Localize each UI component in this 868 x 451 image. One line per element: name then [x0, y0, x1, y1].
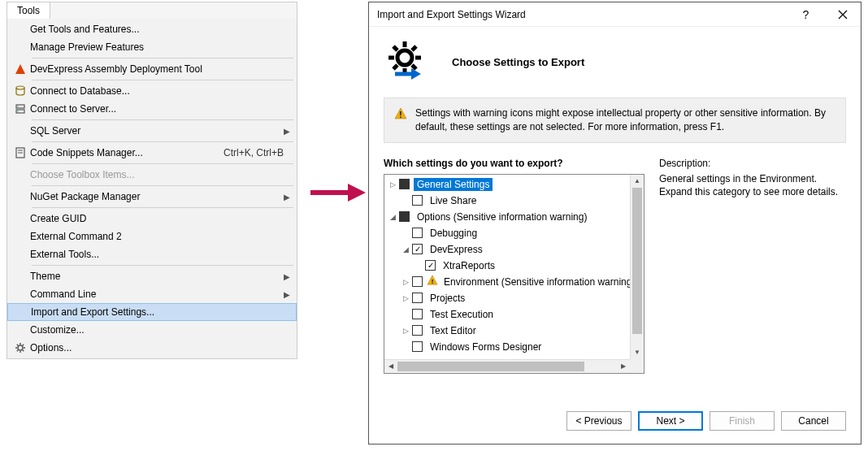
menu-item-label: Customize... — [30, 324, 290, 336]
submenu-arrow-icon: ▶ — [284, 127, 290, 136]
button-bar: < Previous Next > Finish Cancel — [369, 400, 861, 444]
tree-checkbox[interactable] — [412, 276, 423, 287]
tree-checkbox[interactable] — [412, 309, 423, 319]
menu-item[interactable]: Command Line▶ — [7, 285, 297, 303]
warning-box: ! Settings with warning icons might expo… — [384, 98, 846, 143]
tree-item[interactable]: ▷General Settings — [384, 176, 644, 193]
menu-item-label: Code Snippets Manager... — [30, 147, 224, 158]
menu-item[interactable]: Code Snippets Manager...Ctrl+K, Ctrl+B — [7, 144, 297, 162]
tree-checkbox[interactable] — [399, 211, 410, 222]
menu-item[interactable]: Theme▶ — [7, 267, 297, 285]
menu-item-label: Connect to Database... — [30, 85, 290, 97]
wizard-gear-icon — [382, 38, 427, 86]
tree-checkbox[interactable] — [425, 260, 436, 271]
svg-line-25 — [393, 46, 397, 50]
tree-item-label: Environment (Sensitive information warni… — [441, 275, 638, 288]
menu-item[interactable]: Get Tools and Features... — [7, 20, 297, 38]
warning-text: Settings with warning icons might expose… — [415, 106, 835, 134]
close-button[interactable] — [824, 3, 861, 26]
gear-icon — [11, 341, 30, 354]
tree-item[interactable]: ▷Projects — [384, 290, 644, 306]
dialog-header-text: Choose Settings to Export — [452, 56, 584, 68]
menu-item[interactable]: SQL Server▶ — [7, 122, 297, 140]
tree-checkbox[interactable] — [412, 228, 423, 238]
menu-item[interactable]: Manage Preview Features — [7, 38, 297, 56]
tools-menu: Tools Get Tools and Features...Manage Pr… — [7, 2, 297, 359]
expander-icon[interactable]: ◢ — [401, 245, 410, 254]
tree-checkbox[interactable] — [412, 195, 423, 206]
menu-item-label: Theme — [30, 271, 284, 282]
snippets-icon — [11, 146, 30, 159]
tree-item[interactable]: ▷Text Editor — [384, 323, 644, 339]
svg-point-5 — [17, 111, 19, 112]
export-prompt: Which settings do you want to export? — [384, 158, 644, 169]
menu-item[interactable]: External Command 2 — [7, 228, 297, 245]
help-button[interactable]: ? — [788, 3, 824, 26]
svg-line-27 — [393, 65, 397, 69]
svg-line-15 — [23, 350, 24, 351]
tree-item-label: Projects — [427, 292, 468, 305]
expander-icon[interactable]: ◢ — [388, 213, 397, 221]
menu-item[interactable]: DevExpress Assembly Deployment Tool — [7, 60, 297, 78]
svg-marker-0 — [15, 64, 25, 74]
menu-item[interactable]: Options... — [7, 339, 297, 357]
warning-icon: ! — [394, 107, 407, 123]
menu-item[interactable]: Connect to Server... — [7, 100, 297, 118]
menu-item[interactable]: Create GUID — [7, 210, 297, 228]
tree-item-label: Options (Sensitive information warning) — [414, 210, 590, 223]
next-button[interactable]: Next > — [638, 411, 703, 431]
menu-item-label: DevExpress Assembly Deployment Tool — [30, 63, 290, 75]
expander-icon[interactable]: ▷ — [401, 294, 410, 302]
dialog-title: Import and Export Settings Wizard — [377, 9, 788, 20]
tree-checkbox[interactable] — [412, 325, 423, 336]
cancel-button[interactable]: Cancel — [781, 411, 846, 431]
previous-button[interactable]: < Previous — [566, 411, 631, 431]
tree-item[interactable]: Live Share — [384, 193, 644, 209]
vertical-scrollbar[interactable]: ▲▼ — [630, 175, 644, 359]
menu-item-label: Options... — [30, 342, 290, 353]
menu-item-label: Create GUID — [30, 213, 290, 224]
menu-item: Choose Toolbox Items... — [7, 166, 297, 184]
titlebar: Import and Export Settings Wizard ? — [369, 2, 861, 27]
menu-item[interactable]: NuGet Package Manager▶ — [7, 188, 297, 206]
tree-item[interactable]: XtraReports — [384, 258, 644, 274]
tree-item[interactable]: Test Execution — [384, 306, 644, 323]
tree-item[interactable]: ◢Options (Sensitive information warning) — [384, 209, 644, 225]
tree-item-label: Windows Forms Designer — [427, 340, 545, 353]
tree-item-label: General Settings — [414, 178, 493, 191]
tree-item[interactable]: ◢DevExpress — [384, 241, 644, 258]
finish-button: Finish — [710, 411, 775, 431]
svg-point-4 — [17, 106, 19, 107]
tree-item-label: Live Share — [427, 194, 480, 207]
svg-line-26 — [412, 46, 416, 50]
menu-item-label: Command Line — [30, 288, 284, 300]
submenu-arrow-icon: ▶ — [284, 193, 290, 202]
menu-item-label: Get Tools and Features... — [30, 24, 290, 35]
tools-tab[interactable]: Tools — [7, 2, 50, 19]
tree-checkbox[interactable] — [412, 341, 423, 352]
expander-icon[interactable]: ▷ — [388, 180, 397, 189]
tree-item[interactable]: ▷!Environment (Sensitive information war… — [384, 274, 644, 290]
submenu-arrow-icon: ▶ — [284, 290, 290, 299]
tree-checkbox[interactable] — [399, 179, 410, 189]
horizontal-scrollbar[interactable]: ◀▶ — [384, 359, 630, 373]
svg-line-17 — [23, 345, 24, 345]
expander-icon[interactable]: ▷ — [401, 278, 410, 286]
expander-icon[interactable]: ▷ — [401, 327, 410, 335]
menu-item[interactable]: Connect to Database... — [7, 82, 297, 100]
settings-tree[interactable]: ▷General SettingsLive Share◢Options (Sen… — [384, 174, 644, 374]
tree-checkbox[interactable] — [412, 244, 423, 254]
tree-item[interactable]: Windows Forms Designer — [384, 339, 644, 355]
menu-item-label: SQL Server — [30, 125, 284, 137]
tree-item[interactable]: Debugging — [384, 225, 644, 241]
menu-item[interactable]: External Tools... — [7, 245, 297, 263]
tree-item-label: DevExpress — [427, 243, 486, 256]
svg-line-14 — [17, 345, 18, 345]
tree-checkbox[interactable] — [412, 293, 423, 303]
menu-item-label: Manage Preview Features — [30, 41, 290, 53]
svg-point-1 — [16, 86, 24, 89]
menu-item[interactable]: Import and Export Settings... — [7, 303, 297, 321]
tree-item-label: Test Execution — [427, 308, 497, 321]
menu-item[interactable]: Customize... — [7, 321, 297, 339]
description-label: Description: — [659, 158, 846, 169]
